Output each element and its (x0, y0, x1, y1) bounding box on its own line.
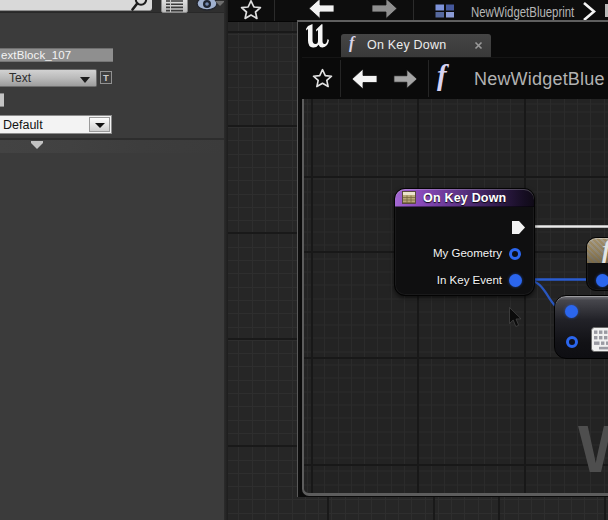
struct-input-pin[interactable] (596, 274, 608, 287)
main-editor-toolbar: NewWidgetBlueprint (224, 0, 608, 22)
list-view-icon (166, 0, 183, 13)
tab-label: On Key Down (367, 34, 446, 57)
mouse-cursor-icon (506, 305, 522, 329)
toolbar-separator (274, 0, 275, 21)
node-header: f (587, 238, 608, 263)
window-blueprint-title: NewWidgetBlue (474, 58, 605, 100)
struct-pin-in-key-event[interactable] (509, 274, 522, 287)
dropdown-value: Text (9, 70, 31, 86)
node-header: On Key Down (395, 189, 534, 207)
graph-watermark: W (578, 416, 608, 482)
forward-arrow-icon[interactable] (371, 0, 398, 20)
search-input[interactable] (0, 0, 152, 11)
node-key-selector[interactable] (554, 295, 608, 359)
node-function-call[interactable]: f (586, 237, 608, 291)
widget-event-icon (402, 191, 416, 204)
struct-input-pin[interactable] (565, 305, 578, 318)
struct-pin[interactable] (566, 336, 578, 348)
back-arrow-icon[interactable] (308, 0, 335, 20)
function-graph-canvas[interactable]: W On Key Down M (302, 99, 608, 496)
back-arrow-icon[interactable] (351, 67, 378, 91)
text-style-button[interactable]: T (100, 71, 112, 84)
exec-output-pin[interactable] (511, 220, 526, 235)
struct-pin-my-geometry[interactable] (509, 248, 521, 260)
floating-function-window: f On Key Down f NewWidgetBlue W (297, 20, 608, 497)
search-icon (130, 0, 150, 11)
close-icon[interactable] (474, 41, 483, 50)
pin-label: In Key Event (437, 274, 502, 286)
details-panel-header (0, 0, 224, 13)
unreal-engine-logo (305, 23, 331, 53)
default-dropdown[interactable]: Default (0, 115, 112, 134)
dropdown-value: Default (3, 116, 43, 133)
keyboard-icon (591, 327, 608, 352)
window-titlebar[interactable]: f On Key Down (302, 22, 608, 57)
toolbar-separator (428, 60, 429, 97)
panel-right-border (224, 0, 228, 520)
window-toolbar: f NewWidgetBlue (302, 57, 608, 99)
bookmark-star-icon[interactable] (239, 0, 263, 22)
unreal-editor-screenshot: NewWidgetBlueprint f On Key Down (0, 0, 608, 520)
node-title: On Key Down (423, 189, 506, 207)
breadcrumb-chevron-icon (582, 2, 596, 21)
widget-name-field[interactable]: extBlock_107 (0, 48, 113, 62)
bookmark-star-icon[interactable] (311, 67, 334, 90)
dropdown-arrow-icon (80, 77, 90, 83)
dropdown-button[interactable] (89, 117, 110, 132)
dropdown-arrow-icon (95, 123, 105, 128)
function-icon: f (602, 235, 608, 265)
node-on-key-down[interactable]: On Key Down My Geometry In Key Event (394, 188, 535, 296)
function-icon: f (349, 34, 354, 52)
toolbar-separator (413, 0, 414, 21)
category-expander-row[interactable] (0, 140, 224, 153)
expander-arrow-icon (31, 143, 43, 149)
tab-on-key-down[interactable]: f On Key Down (341, 34, 491, 57)
pin-label: My Geometry (433, 247, 502, 259)
details-view-button[interactable] (161, 0, 188, 13)
blueprint-icon (435, 4, 455, 18)
breadcrumb-blueprint-name[interactable]: NewWidgetBlueprint (471, 0, 574, 22)
font-family-dropdown[interactable]: Text (0, 69, 97, 87)
function-icon: f (437, 59, 447, 92)
toolbar-separator (340, 60, 341, 97)
details-panel: extBlock_107 Text T Default (0, 0, 224, 520)
color-swatch-partial[interactable] (0, 93, 4, 107)
forward-arrow-icon[interactable] (393, 67, 418, 91)
